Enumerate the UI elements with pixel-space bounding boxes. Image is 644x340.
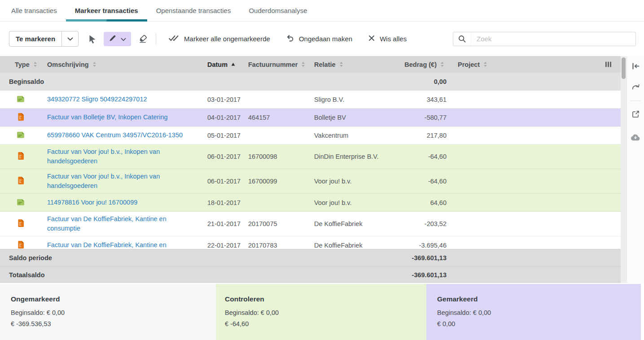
card-title: Gemarkeerd <box>437 295 641 303</box>
chevron-down-icon[interactable] <box>61 31 78 46</box>
card-beginsaldo: Beginsaldo: € 0,00 <box>437 309 641 316</box>
beginsaldo-row: Beginsaldo 0,00 <box>0 73 621 91</box>
column-header-label: Type <box>15 61 30 68</box>
relation-name: Vakcentrum <box>314 132 397 139</box>
column-header-rel[interactable]: Relatie <box>314 61 397 68</box>
transaction-description-link[interactable]: Factuur van De KoffieFabriek, Kantine en <box>47 241 166 248</box>
relation-name: Sligro B.V. <box>314 96 397 103</box>
column-header-bedrag[interactable]: Bedrag (€) <box>397 61 447 68</box>
relation-name: De KoffieFabriek <box>314 220 397 227</box>
transaction-description-link[interactable]: 349320772 Sligro 5049224297012 <box>47 96 147 103</box>
card-beginsaldo: Beginsaldo: € 0,00 <box>11 309 216 316</box>
mark-mode-dropdown[interactable]: Te markeren <box>9 31 79 47</box>
transaction-date: 06-01-2017 <box>207 178 248 185</box>
marker-tool-button[interactable] <box>104 32 131 46</box>
transaction-description-link[interactable]: Factuur van Voor jou! b.v., Inkopen van … <box>47 173 160 189</box>
status-card-unmarked: Ongemarkeerd Beginsaldo: € 0,00 € -369.5… <box>0 284 216 340</box>
cloud-download-icon[interactable] <box>630 131 641 143</box>
column-header-proj[interactable]: Project <box>447 61 596 68</box>
transaction-row[interactable]: 659978660 VAK Centrum 34957/VC2016-1350 … <box>0 126 621 144</box>
transaction-description-link[interactable]: Factuur van De KoffieFabriek, Kantine en… <box>47 215 166 232</box>
transaction-type-cell <box>0 219 38 229</box>
sort-icon <box>339 61 344 67</box>
transaction-type-cell <box>0 176 38 186</box>
invoice-number: 16700099 <box>248 178 314 185</box>
column-header-fact[interactable]: Factuurnummer <box>248 61 314 68</box>
transaction-row[interactable]: 349320772 Sligro 5049224297012 03-01-201… <box>0 91 621 109</box>
column-header-label: Project <box>458 61 480 68</box>
invoice-document-icon <box>18 176 24 186</box>
clear-all-button[interactable]: Wis alles <box>368 35 407 43</box>
column-header-label: Datum <box>207 61 228 68</box>
tab-markeer-transacties[interactable]: Markeer transacties <box>66 0 147 21</box>
sort-icon <box>483 61 488 67</box>
transaction-type-cell <box>0 198 38 207</box>
undo-button[interactable]: Ongedaan maken <box>286 35 352 43</box>
transaction-amount: 217,80 <box>397 132 447 139</box>
card-amount: € -64,60 <box>225 320 426 327</box>
open-external-icon[interactable] <box>630 108 641 120</box>
close-icon <box>368 35 375 43</box>
invoice-number: 20170783 <box>248 242 314 249</box>
beginsaldo-value: 0,00 <box>397 78 447 85</box>
scrollbar-thumb[interactable] <box>622 57 626 79</box>
column-settings-icon[interactable] <box>596 61 621 68</box>
search-box[interactable] <box>453 32 636 46</box>
invoice-document-icon <box>18 152 24 161</box>
tab-label: Alle transacties <box>11 7 57 14</box>
select-cursor-icon[interactable] <box>87 35 97 44</box>
table-body: 349320772 Sligro 5049224297012 03-01-201… <box>0 91 621 254</box>
table-header: Type Omschrijving Datum Factuurnummer Re… <box>0 56 621 73</box>
summary-value: -369.601,13 <box>397 254 447 262</box>
sort-icon <box>231 62 236 66</box>
transaction-date: 22-01-2017 <box>207 242 248 249</box>
toolbar-divider <box>156 33 156 45</box>
search-input[interactable] <box>471 32 635 46</box>
transaction-amount: -203,52 <box>397 220 447 227</box>
transaction-type-cell <box>0 131 38 140</box>
transaction-row[interactable]: Factuur van Bolletje BV, Inkopen Caterin… <box>0 109 621 126</box>
redo-icon[interactable] <box>630 81 641 92</box>
transactions-table: Type Omschrijving Datum Factuurnummer Re… <box>0 56 621 283</box>
column-header-desc[interactable]: Omschrijving <box>38 61 207 68</box>
transaction-amount: 64,60 <box>397 199 447 206</box>
transaction-description-link[interactable]: Factuur van Bolletje BV, Inkopen Caterin… <box>47 113 168 121</box>
transaction-row[interactable]: Factuur van De KoffieFabriek, Kantine en… <box>0 212 621 236</box>
beginsaldo-label: Beginsaldo <box>0 78 207 85</box>
toolbar: Te markeren <box>0 22 644 56</box>
mark-all-label: Markeer alle ongemarkeerde <box>184 35 270 43</box>
status-card-marked: Gemarkeerd Beginsaldo: € 0,00 € 0,00 <box>426 284 641 340</box>
invoice-document-icon <box>18 113 24 122</box>
transaction-description-link[interactable]: 114978816 Voor jou! 16700099 <box>47 199 137 206</box>
tab-alle-transacties[interactable]: Alle transacties <box>2 0 66 21</box>
side-panel <box>626 56 644 283</box>
transaction-row[interactable]: Factuur van Voor jou! b.v., Inkopen van … <box>0 169 621 194</box>
bank-document-icon <box>16 131 26 140</box>
invoice-document-icon <box>18 219 24 229</box>
column-header-label: Omschrijving <box>47 61 89 68</box>
mark-all-button[interactable]: Markeer alle ongemarkeerde <box>168 35 270 43</box>
app-window: Alle transactiesMarkeer transactiesOpens… <box>0 0 644 340</box>
transaction-row[interactable]: 114978816 Voor jou! 16700099 18-01-2017 … <box>0 194 621 212</box>
undo-icon <box>286 35 294 43</box>
invoice-number: 16700098 <box>248 153 314 160</box>
transaction-description-link[interactable]: Factuur van Voor jou! b.v., Inkopen van … <box>47 148 160 165</box>
invoice-number: 464157 <box>248 114 314 121</box>
transaction-date: 18-01-2017 <box>207 199 248 206</box>
transaction-description-link[interactable]: 659978660 VAK Centrum 34957/VC2016-1350 <box>47 131 183 139</box>
column-header-datum[interactable]: Datum <box>207 61 248 68</box>
side-panel-divider <box>631 100 640 101</box>
collapse-panel-icon[interactable] <box>630 60 641 72</box>
bank-document-icon <box>16 198 26 207</box>
clear-all-label: Wis alles <box>380 35 407 43</box>
invoice-number: 20170075 <box>248 220 314 227</box>
sort-icon <box>440 61 445 67</box>
tab-ouderdomsanalyse[interactable]: Ouderdomsanalyse <box>240 0 316 21</box>
relation-name: Voor jou! b.v. <box>314 178 397 185</box>
tab-label: Markeer transacties <box>75 7 138 14</box>
vertical-scrollbar[interactable] <box>621 56 626 283</box>
tab-openstaande-transacties[interactable]: Openstaande transacties <box>147 0 240 21</box>
eraser-icon[interactable] <box>137 35 149 43</box>
column-header-type[interactable]: Type <box>0 61 38 68</box>
transaction-row[interactable]: Factuur van Voor jou! b.v., Inkopen van … <box>0 144 621 169</box>
